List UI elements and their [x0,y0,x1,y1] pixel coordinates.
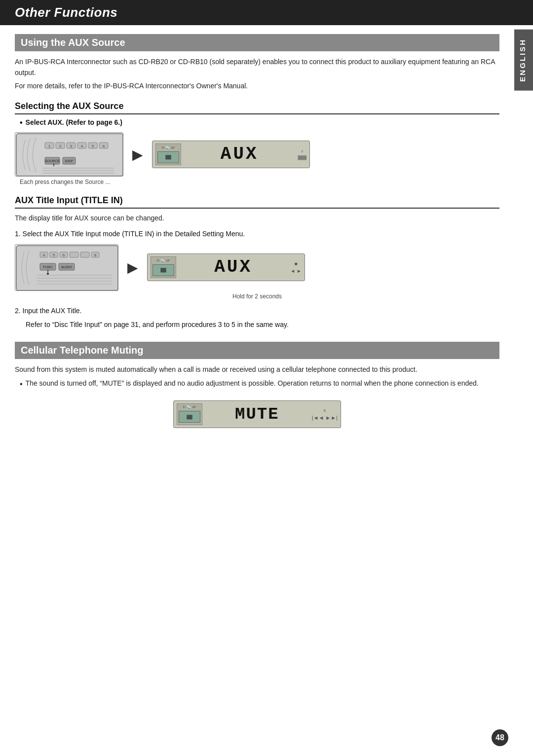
lcd-indicator-top: s [301,149,303,153]
aux-title-body: The display title for AUX source can be … [15,213,499,223]
cellular-body1: Sound from this system is muted automati… [15,364,499,375]
select-aux-caption: Each press changes the Source ... [20,179,499,185]
svg-text:3: 3 [70,144,73,148]
using-aux-section-header: Using the AUX Source [15,34,499,51]
lcd-nav-icons: ◄ ► [290,268,302,274]
svg-rect-28 [70,252,78,257]
lcd-graphic-1: ▓▓ [157,151,179,163]
svg-text:5: 5 [92,144,94,148]
aux-select-illustration: 1 2 3 4 5 6 SOURCE DISP ▶ [15,132,499,177]
mute-lcd-display: Fi📡4F ▓▓ MUTE s |◄◄ ►►| [173,400,341,428]
main-content: Using the AUX Source An IP-BUS-RCA Inter… [0,34,514,443]
lcd-left-mute: Fi📡4F ▓▓ [177,403,202,425]
lcd-play-icon: ■ [295,261,298,266]
page-header: Other Functions [0,0,533,25]
arrow-right-2: ▶ [127,259,138,276]
step1-text: Select the AUX Title Input mode (TITLE I… [23,230,245,238]
selecting-aux-title: Selecting the AUX Source [15,101,123,111]
svg-text:8: 8 [94,253,97,257]
svg-rect-0 [16,134,123,176]
aux-display-text: AUX [183,145,296,163]
cellular-section-header: Cellular Telephone Muting [15,342,499,359]
svg-text:DISP: DISP [65,159,74,163]
using-aux-body1: An IP-BUS-RCA Interconnector such as CD-… [15,56,499,78]
svg-text:1: 1 [48,144,51,148]
car-unit-svg-2: 4 5 6 8 FUNC AUDIO [15,244,118,291]
lcd-icons-2: Fi📡4F [156,259,170,263]
step2-label: 2. [15,307,23,315]
page-title: Other Functions [15,5,117,20]
lcd-icons-1: Fi📡4F [161,146,175,150]
svg-text:FUNC: FUNC [43,265,52,269]
lcd-right-2: ■ ◄ ► [290,261,302,274]
lcd-display-1: Fi📡4F ▓▓ AUX s ▓▓▓ [152,141,310,168]
select-aux-bullet: Select AUX. (Refer to page 6.) [20,118,499,127]
step1-header: 1. Select the AUX Title Input mode (TITL… [15,229,499,239]
selecting-aux-header: Selecting the AUX Source [15,99,499,114]
step1-label: 1. [15,230,23,238]
arrow-right-1: ▶ [132,146,143,163]
step2-text: Refer to “Disc Title Input” on page 31, … [26,319,499,330]
lcd-mute-icon-s: s [324,408,326,413]
mute-display-text: MUTE [204,406,310,423]
select-aux-bullet-text: Select AUX. (Refer to page 6.) [26,118,122,126]
car-unit-svg-1: 1 2 3 4 5 6 SOURCE DISP [15,132,123,177]
aux-title-header: AUX Title Input (TITLE IN) [15,193,499,209]
lcd-right-1: s ▓▓▓ [298,149,307,160]
svg-rect-29 [80,252,89,257]
hold-caption: Hold for 2 seconds [15,293,499,300]
using-aux-body2: For more details, refer to the IP-BUS-RC… [15,80,499,91]
cellular-title: Cellular Telephone Muting [21,345,144,356]
lcd-right-mute: s |◄◄ ►►| [312,408,338,421]
svg-text:5: 5 [53,253,55,257]
lcd-left-1: Fi📡4F ▓▓ [155,144,181,165]
side-tab: ENGLISH [514,30,533,91]
lcd-display-2: Fi📡4F ▓▓ AUX ■ ◄ ► [147,253,305,281]
step2-header: 2. Input the AUX Title. [15,306,499,316]
svg-text:2: 2 [59,144,62,148]
svg-text:4: 4 [81,144,83,148]
aux-title-title: AUX Title Input (TITLE IN) [15,195,123,205]
svg-text:6: 6 [63,253,65,257]
step2-title: Input the AUX Title. [23,307,82,315]
svg-text:6: 6 [103,144,105,148]
svg-text:SOURCE: SOURCE [45,159,60,163]
cellular-bullet1-text: The sound is turned off, “MUTE” is displ… [26,378,479,391]
cellular-bullet1: The sound is turned off, “MUTE” is displ… [20,378,499,391]
lcd-graphic-mute: ▓▓ [179,411,200,423]
mute-illustration-wrap: Fi📡4F ▓▓ MUTE s |◄◄ ►►| [15,400,499,428]
lcd-icons-mute: Fi📡4F [183,405,196,409]
title-input-illustration: 4 5 6 8 FUNC AUDIO ▶ [15,244,499,291]
lcd-mute-nav: |◄◄ ►►| [312,415,338,421]
page-number: 48 [492,729,508,746]
aux-display-text-2: AUX [178,258,288,276]
svg-text:AUDIO: AUDIO [61,265,73,269]
lcd-left-2: Fi📡4F ▓▓ [151,256,176,278]
lcd-indicator-mid: ▓▓▓ [298,155,307,160]
lcd-graphic-2: ▓▓ [152,264,174,276]
using-aux-title: Using the AUX Source [21,37,125,48]
svg-text:4: 4 [43,253,45,257]
